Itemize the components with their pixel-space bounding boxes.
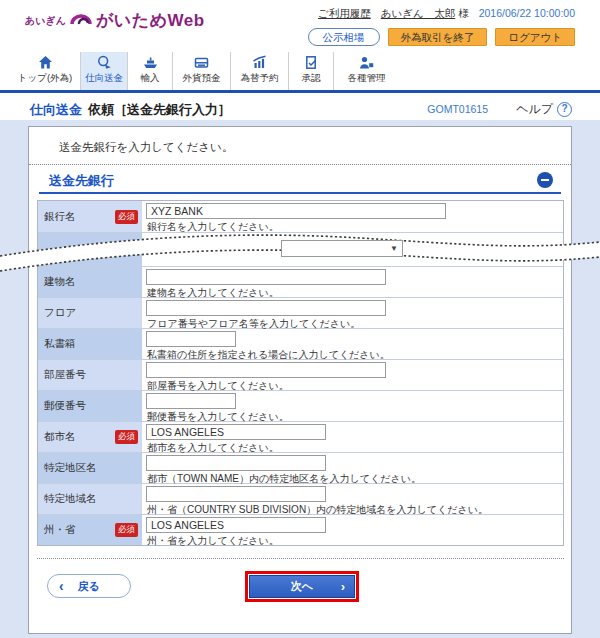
building-name-input[interactable] (146, 269, 386, 285)
app-header: あいぎん がいためWeb ご利用履歴 あいぎん 太郎 様 2016/06/22 … (0, 0, 600, 120)
field-helper-text: 銀行名を入力してください。 (147, 220, 279, 234)
required-badge: 必須 (115, 210, 138, 224)
form-row-room-number: 部屋番号 部屋番号を入力してください。 (38, 359, 563, 390)
divider-dotted (29, 164, 571, 165)
form-row-postal-code: 郵便番号 郵便番号を入力してください。 (38, 390, 563, 421)
required-badge: 必須 (115, 523, 138, 537)
field-label: フロア (44, 306, 76, 320)
next-button-highlight: 次へ › (245, 571, 359, 602)
header-buttons: 公示相場 外為取引を終了 ログアウト (308, 28, 575, 46)
form-row-town-name: 都市名 必須 都市名を入力してください。 (38, 421, 563, 452)
form-row-sub-division-area: 特定地域名 州・省（COUNTRY SUB DIVISION）内の特定地域名を入… (38, 483, 563, 514)
field-label: 銀行名 (44, 210, 76, 224)
chevron-left-icon: ‹ (59, 575, 64, 597)
approval-doc-icon (304, 55, 319, 70)
help-question-icon: ? (557, 102, 572, 117)
page-title: 依頼［送金先銀行入力］ (88, 101, 231, 119)
admin-person-icon (359, 55, 374, 70)
nav-divider-bar (0, 90, 600, 93)
page-title-row: 仕向送金 依頼［送金先銀行入力］ GOMT01615 ヘルプ? (0, 98, 600, 120)
form-row-floor: フロア フロア番号やフロア名等を入力してください。 (38, 297, 563, 328)
logo-swirl-icon (69, 10, 93, 32)
state-province-input[interactable] (146, 517, 326, 533)
field-helper-text: 州・省を入力してください。 (147, 534, 279, 548)
form-row-district-name: 特定地区名 都市（TOWN NAME）内の特定地区名を入力してください。 (38, 452, 563, 483)
instruction-text: 送金先銀行を入力してください。 (59, 140, 233, 155)
product-name-text: がいためWeb (96, 9, 205, 32)
section-title: 送金先銀行 (49, 172, 114, 190)
home-icon (38, 55, 53, 70)
tab-fx-forward[interactable]: 為替予約 (230, 52, 288, 90)
form-row-state-province: 州・省 必須 州・省を入力してください。 (38, 514, 563, 545)
tab-top-gaitame[interactable]: トップ(外為) (10, 52, 80, 90)
import-ship-icon (143, 55, 158, 70)
form-row-country-torn: ▼ (38, 232, 563, 266)
district-name-input[interactable] (146, 455, 326, 471)
deposit-passbook-icon (194, 55, 209, 70)
field-label: 州・省 (44, 523, 76, 537)
remittance-icon (97, 55, 112, 70)
tab-import[interactable]: 輸入 (127, 52, 172, 90)
bank-name-text: あいぎん (25, 14, 66, 28)
chevron-down-icon: ▼ (390, 244, 398, 253)
divider-dotted-bottom (37, 558, 564, 559)
app-logo: あいぎん がいためWeb (25, 9, 205, 32)
form-table: 銀行名 必須 銀行名を入力してください。 ▼ 建物名 建物名を入力してください。 (37, 200, 564, 546)
tab-approval[interactable]: 承認 (288, 52, 333, 90)
section-underline (39, 192, 561, 194)
back-button[interactable]: ‹ 戻る (47, 574, 131, 598)
fx-forward-chart-icon (252, 55, 267, 70)
user-name: あいぎん 太郎 様 (381, 7, 469, 21)
help-link[interactable]: ヘルプ? (516, 101, 572, 118)
form-row-po-box: 私書箱 私書箱の住所を指定される場合に入力してください。 (38, 328, 563, 359)
logout-button[interactable]: ログアウト (495, 28, 575, 46)
main-nav: トップ(外為) 仕向送金 輸入 外貨預金 為替予約 承認 各種管理 (10, 52, 399, 90)
screen-id: GOMT01615 (427, 103, 488, 115)
user-bar: ご利用履歴 あいぎん 太郎 様 2016/06/22 10:00:00 (318, 7, 575, 21)
next-button[interactable]: 次へ › (249, 575, 355, 598)
form-row-building-name: 建物名 建物名を入力してください。 (38, 266, 563, 297)
main-panel: 送金先銀行を入力してください。 送金先銀行 銀行名 必須 銀行名を入力してくださ… (28, 126, 572, 634)
field-label: 建物名 (44, 275, 76, 289)
field-label: 特定地区名 (44, 461, 97, 475)
minus-circle-icon[interactable] (537, 172, 553, 188)
current-datetime: 2016/06/22 10:00:00 (479, 7, 575, 19)
field-label: 郵便番号 (44, 399, 86, 413)
usage-history-link[interactable]: ご利用履歴 (318, 7, 371, 21)
required-badge: 必須 (115, 430, 138, 444)
tab-outward-remittance[interactable]: 仕向送金 (80, 52, 127, 90)
country-select[interactable]: ▼ (281, 240, 403, 257)
floor-input[interactable] (146, 300, 386, 316)
public-rates-button[interactable]: 公示相場 (308, 28, 380, 46)
field-label: 部屋番号 (44, 368, 86, 382)
field-label: 都市名 (44, 430, 76, 444)
bank-name-input[interactable] (146, 203, 446, 219)
tab-foreign-deposit[interactable]: 外貨預金 (172, 52, 230, 90)
field-label: 私書箱 (44, 337, 76, 351)
sub-division-area-input[interactable] (146, 486, 326, 502)
page-category: 仕向送金 (30, 101, 82, 119)
po-box-input[interactable] (146, 331, 236, 347)
end-fx-session-button[interactable]: 外為取引を終了 (388, 28, 488, 46)
room-number-input[interactable] (146, 362, 386, 378)
town-name-input[interactable] (146, 424, 326, 440)
chevron-right-icon: › (341, 576, 345, 597)
field-label: 特定地域名 (44, 492, 97, 506)
form-row-bank-name: 銀行名 必須 銀行名を入力してください。 (38, 201, 563, 232)
tab-administration[interactable]: 各種管理 (333, 52, 399, 90)
postal-code-input[interactable] (146, 393, 236, 409)
content-area: 送金先銀行を入力してください。 送金先銀行 銀行名 必須 銀行名を入力してくださ… (0, 120, 600, 638)
